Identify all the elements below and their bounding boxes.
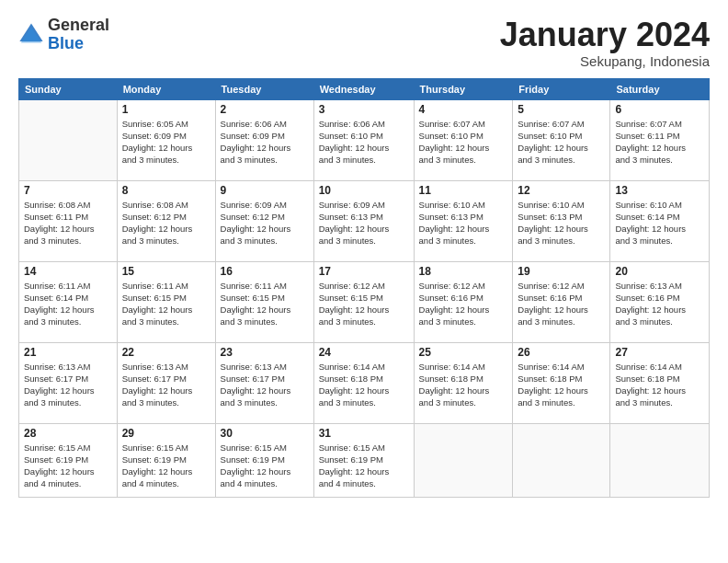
logo-blue-label: Blue: [48, 35, 109, 53]
day-number: 17: [319, 265, 409, 278]
day-info: Sunrise: 6:08 AMSunset: 6:11 PMDaylight:…: [24, 199, 112, 247]
day-info-line: Daylight: 12 hours: [24, 385, 112, 396]
day-info-line: Sunset: 6:16 PM: [518, 292, 605, 304]
day-info: Sunrise: 6:05 AMSunset: 6:09 PMDaylight:…: [122, 118, 210, 167]
day-info-line: and 3 minutes.: [221, 235, 309, 247]
day-info-line: Daylight: 12 hours: [122, 465, 210, 477]
day-info-line: Sunrise: 6:13 AM: [24, 361, 112, 373]
day-info-line: Sunset: 6:18 PM: [518, 373, 605, 385]
day-number: 5: [518, 103, 605, 116]
day-number: 29: [122, 427, 210, 440]
day-info-line: Sunrise: 6:14 AM: [615, 361, 704, 373]
day-info-line: and 4 minutes.: [319, 477, 409, 489]
day-number: 22: [122, 346, 210, 359]
header-saturday: Saturday: [610, 78, 710, 99]
day-info-line: Sunrise: 6:11 AM: [122, 280, 210, 292]
calendar-cell: 11Sunrise: 6:10 AMSunset: 6:13 PMDayligh…: [414, 180, 513, 261]
day-info-line: Sunset: 6:19 PM: [319, 454, 409, 465]
day-info-line: Sunset: 6:15 PM: [122, 292, 210, 304]
day-info-line: and 4 minutes.: [221, 477, 309, 489]
day-info-line: Sunset: 6:13 PM: [319, 211, 409, 223]
day-info-line: Daylight: 12 hours: [319, 304, 409, 316]
day-info-line: Sunrise: 6:06 AM: [221, 118, 309, 130]
calendar-cell: [513, 423, 610, 497]
day-info-line: Sunrise: 6:07 AM: [615, 118, 704, 130]
calendar-cell: 10Sunrise: 6:09 AMSunset: 6:13 PMDayligh…: [313, 180, 414, 261]
day-info-line: Sunset: 6:18 PM: [319, 373, 409, 385]
day-info-line: Sunset: 6:10 PM: [518, 130, 605, 142]
calendar-cell: 28Sunrise: 6:15 AMSunset: 6:19 PMDayligh…: [19, 423, 118, 497]
day-number: 25: [419, 346, 508, 359]
day-info-line: Sunset: 6:17 PM: [122, 373, 210, 385]
day-info-line: Sunrise: 6:08 AM: [24, 199, 112, 211]
day-info: Sunrise: 6:06 AMSunset: 6:09 PMDaylight:…: [221, 118, 309, 167]
day-number: 13: [615, 184, 704, 197]
day-info-line: Sunset: 6:13 PM: [518, 211, 605, 223]
calendar: Sunday Monday Tuesday Wednesday Thursday…: [18, 78, 710, 498]
day-info-line: Daylight: 12 hours: [221, 304, 309, 316]
day-info-line: Sunrise: 6:09 AM: [319, 199, 409, 211]
calendar-cell: 9Sunrise: 6:09 AMSunset: 6:12 PMDaylight…: [215, 180, 313, 261]
day-info: Sunrise: 6:13 AMSunset: 6:17 PMDaylight:…: [221, 361, 309, 409]
day-info-line: Sunrise: 6:14 AM: [518, 361, 605, 373]
day-info: Sunrise: 6:14 AMSunset: 6:18 PMDaylight:…: [615, 361, 704, 409]
day-info-line: Daylight: 12 hours: [221, 465, 309, 477]
day-info-line: Daylight: 12 hours: [221, 142, 309, 154]
day-info-line: Sunrise: 6:11 AM: [24, 280, 112, 292]
calendar-cell: 17Sunrise: 6:12 AMSunset: 6:15 PMDayligh…: [313, 261, 414, 342]
day-info-line: and 3 minutes.: [24, 316, 112, 327]
day-info-line: and 3 minutes.: [319, 316, 409, 327]
calendar-cell: [19, 99, 118, 180]
day-info-line: Daylight: 12 hours: [221, 385, 309, 396]
day-info-line: Daylight: 12 hours: [419, 385, 508, 396]
day-info-line: Daylight: 12 hours: [518, 142, 605, 154]
day-info-line: Sunset: 6:11 PM: [615, 130, 704, 142]
logo: General Blue: [18, 17, 109, 53]
day-info-line: Sunrise: 6:14 AM: [319, 361, 409, 373]
day-number: 2: [221, 103, 309, 116]
day-info-line: Sunset: 6:14 PM: [24, 292, 112, 304]
day-info-line: Sunrise: 6:06 AM: [319, 118, 409, 130]
day-info-line: and 3 minutes.: [518, 235, 605, 247]
day-info-line: Sunrise: 6:15 AM: [24, 442, 112, 454]
day-info: Sunrise: 6:14 AMSunset: 6:18 PMDaylight:…: [419, 361, 508, 409]
day-info-line: Sunrise: 6:12 AM: [319, 280, 409, 292]
day-info: Sunrise: 6:07 AMSunset: 6:10 PMDaylight:…: [419, 118, 508, 167]
day-info-line: Daylight: 12 hours: [122, 223, 210, 235]
day-info: Sunrise: 6:13 AMSunset: 6:17 PMDaylight:…: [122, 361, 210, 409]
calendar-week-row: 28Sunrise: 6:15 AMSunset: 6:19 PMDayligh…: [19, 423, 710, 497]
day-info: Sunrise: 6:15 AMSunset: 6:19 PMDaylight:…: [221, 442, 309, 490]
calendar-week-row: 1Sunrise: 6:05 AMSunset: 6:09 PMDaylight…: [19, 99, 710, 180]
calendar-cell: 21Sunrise: 6:13 AMSunset: 6:17 PMDayligh…: [19, 342, 118, 423]
day-info: Sunrise: 6:12 AMSunset: 6:16 PMDaylight:…: [518, 280, 605, 328]
calendar-cell: [610, 423, 710, 497]
day-info-line: Daylight: 12 hours: [518, 304, 605, 316]
day-info-line: Sunrise: 6:08 AM: [122, 199, 210, 211]
day-info-line: Sunrise: 6:13 AM: [221, 361, 309, 373]
day-number: 4: [419, 103, 508, 116]
day-number: 28: [24, 427, 112, 440]
day-info-line: Sunrise: 6:13 AM: [615, 280, 704, 292]
logo-general-label: General: [48, 17, 109, 35]
day-number: 14: [24, 265, 112, 278]
day-info-line: Daylight: 12 hours: [615, 142, 704, 154]
calendar-cell: 13Sunrise: 6:10 AMSunset: 6:14 PMDayligh…: [610, 180, 710, 261]
day-number: 3: [319, 103, 409, 116]
day-info: Sunrise: 6:07 AMSunset: 6:11 PMDaylight:…: [615, 118, 704, 167]
day-info-line: Daylight: 12 hours: [419, 223, 508, 235]
day-info-line: Daylight: 12 hours: [419, 304, 508, 316]
calendar-cell: 3Sunrise: 6:06 AMSunset: 6:10 PMDaylight…: [313, 99, 414, 180]
day-number: 26: [518, 346, 605, 359]
header-friday: Friday: [513, 78, 610, 99]
day-info-line: Daylight: 12 hours: [518, 223, 605, 235]
day-info: Sunrise: 6:15 AMSunset: 6:19 PMDaylight:…: [319, 442, 409, 490]
calendar-cell: 5Sunrise: 6:07 AMSunset: 6:10 PMDaylight…: [513, 99, 610, 180]
day-info-line: Sunset: 6:10 PM: [419, 130, 508, 142]
day-number: 19: [518, 265, 605, 278]
day-info-line: Sunrise: 6:12 AM: [419, 280, 508, 292]
day-info: Sunrise: 6:15 AMSunset: 6:19 PMDaylight:…: [24, 442, 112, 490]
day-info-line: Daylight: 12 hours: [122, 142, 210, 154]
day-info-line: and 3 minutes.: [518, 316, 605, 327]
day-number: 12: [518, 184, 605, 197]
day-info-line: Daylight: 12 hours: [319, 223, 409, 235]
